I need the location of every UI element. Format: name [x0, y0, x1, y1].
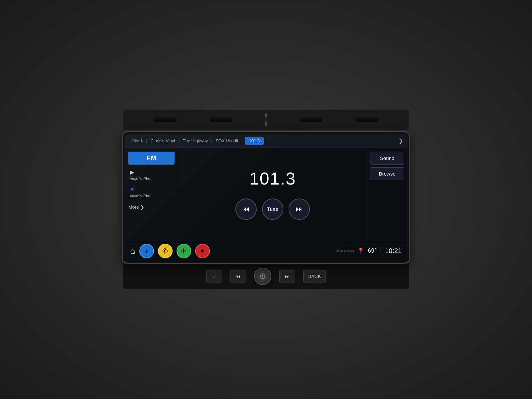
physical-controls: ⌂ ⏮ ⏻ ⏭ BACK — [123, 263, 409, 289]
music-app-button[interactable]: ♪ — [139, 244, 154, 258]
signal-dot-4 — [347, 250, 350, 252]
power-knob[interactable]: ⏻ — [254, 268, 271, 285]
signal-dot-5 — [351, 250, 354, 252]
location-icon: 📍 — [357, 247, 364, 255]
signal-dot-3 — [344, 250, 346, 252]
vent-slot — [300, 117, 323, 122]
channel-item-classic-vinyl[interactable]: Classic Vinyl — [148, 137, 178, 145]
navigation-cross-icon: ✛ — [181, 247, 187, 255]
source-sidebar: FM ▶ Adam's iPhc ✶ Adam's iPhc More ❯ — [125, 148, 178, 241]
physical-home-button[interactable]: ⌂ — [206, 270, 222, 283]
temperature-display: 69° — [368, 247, 377, 254]
phone-app-button[interactable]: ✆ — [158, 244, 173, 258]
vent-divider — [265, 113, 267, 126]
channel-bar[interactable]: Hits 1 | Classic Vinyl | The Highway | F… — [125, 134, 407, 148]
channel-item-hits1[interactable]: Hits 1 — [129, 137, 145, 145]
channel-separator: | — [146, 138, 147, 143]
time-display: 10:21 — [385, 247, 402, 255]
physical-back-button[interactable]: BACK — [303, 270, 326, 283]
vent-slot — [356, 117, 379, 122]
status-area: 📍 69° | 10:21 — [336, 247, 402, 255]
channel-separator: | — [178, 138, 179, 143]
browse-button[interactable]: Browse — [370, 167, 404, 180]
source-item-bluetooth[interactable]: ✶ Adam's iPhc — [128, 185, 175, 199]
signal-strength — [336, 250, 354, 252]
air-vent-top — [123, 110, 409, 130]
phone-icon: ✆ — [162, 247, 168, 255]
channel-item-frequency-active[interactable]: 101.3 — [245, 137, 264, 145]
physical-prev-button[interactable]: ⏮ — [230, 270, 246, 283]
onstar-icon: ✦ — [200, 247, 205, 255]
frequency-display: 101.3 — [249, 169, 296, 189]
prev-track-button[interactable]: ⏮ — [235, 199, 257, 220]
play-icon: ▶ — [130, 169, 134, 176]
source-label-1: Adam's iPhc — [130, 177, 150, 181]
bluetooth-icon: ✶ — [130, 186, 135, 193]
vent-slot — [209, 117, 232, 122]
music-note-icon: ♪ — [145, 247, 148, 255]
next-track-button[interactable]: ⏭ — [289, 199, 310, 220]
channel-separator: | — [211, 138, 212, 143]
channel-arrow[interactable]: ❯ — [399, 138, 403, 144]
car-interior: Hits 1 | Classic Vinyl | The Highway | F… — [0, 0, 532, 399]
playback-controls: ⏮ Tune ⏭ — [235, 199, 310, 220]
signal-dot-2 — [340, 250, 343, 252]
center-playback-area: 101.3 ⏮ Tune ⏭ — [178, 148, 367, 241]
vent-slot — [153, 117, 176, 122]
physical-next-button[interactable]: ⏭ — [279, 270, 295, 283]
sound-button[interactable]: Sound — [370, 152, 404, 165]
source-label-bluetooth: Adam's iPhc — [130, 194, 150, 198]
power-icon: ⏻ — [260, 273, 266, 280]
home-button[interactable]: ⌂ — [130, 246, 135, 256]
infotainment-screen: Hits 1 | Classic Vinyl | The Highway | F… — [125, 134, 407, 261]
source-item-1[interactable]: ▶ Adam's iPhc — [128, 167, 175, 182]
action-sidebar: Sound Browse — [367, 148, 407, 241]
channel-item-fox[interactable]: FOX Headli... — [213, 137, 244, 145]
tune-button[interactable]: Tune — [262, 199, 283, 220]
channel-item-highway[interactable]: The Highway — [180, 137, 210, 145]
separator: | — [380, 247, 382, 254]
main-content-area: FM ▶ Adam's iPhc ✶ Adam's iPhc More ❯ 10… — [125, 148, 407, 241]
navigation-app-button[interactable]: ✛ — [177, 244, 191, 258]
fm-button[interactable]: FM — [128, 152, 175, 165]
bottom-nav-bar: ⌂ ♪ ✆ ✛ ✦ — [125, 241, 407, 261]
screen-bezel: Hits 1 | Classic Vinyl | The Highway | F… — [123, 132, 409, 263]
signal-dot-1 — [336, 250, 339, 252]
onstar-app-button[interactable]: ✦ — [195, 244, 210, 258]
more-sources-link[interactable]: More ❯ — [128, 204, 175, 210]
